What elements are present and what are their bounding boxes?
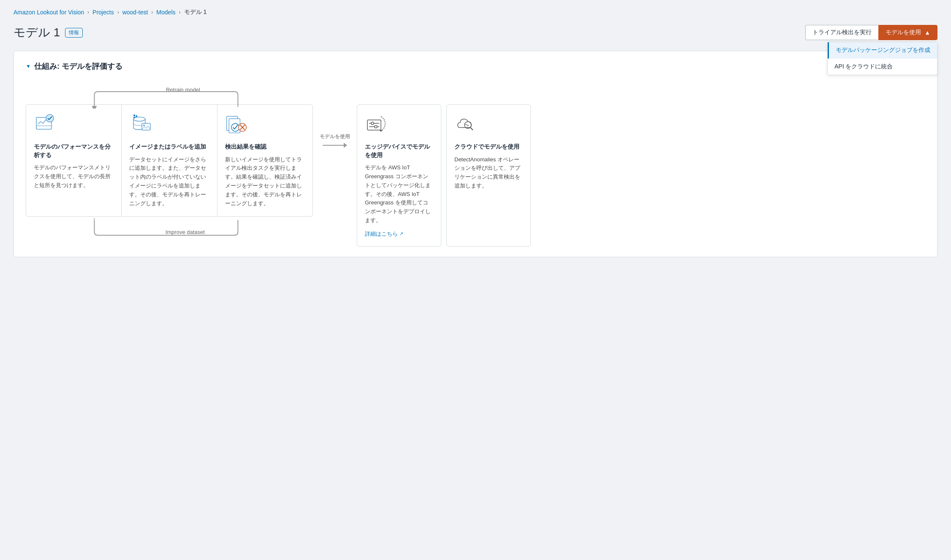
external-link-icon: ↗: [399, 231, 403, 237]
retrain-arrow: [86, 90, 246, 109]
page-title: モデル 1: [14, 24, 60, 41]
dropdown-item-packaging[interactable]: モデルパッケージングジョブを作成: [828, 42, 937, 59]
card-add-images-desc: データセットにイメージをさらに追加します。また、データセット内のラベルが付いてい…: [129, 155, 209, 208]
svg-point-22: [371, 122, 374, 125]
breadcrumb-sep-1: ›: [87, 9, 89, 15]
title-group: モデル 1 情報: [14, 24, 83, 41]
card-analyze-title: モデルのパフォーマンスを分析する: [34, 143, 114, 159]
section-toggle[interactable]: ▼: [26, 63, 31, 69]
card-check-results-desc: 新しいイメージを使用してトライアル検出タスクを実行します。結果を確認し、検証済み…: [225, 155, 305, 208]
svg-rect-19: [367, 120, 381, 130]
breadcrumb-link-wood-test[interactable]: wood-test: [122, 9, 148, 16]
breadcrumb-sep-2: ›: [117, 9, 119, 15]
chevron-up-icon: ▲: [924, 29, 930, 36]
breadcrumb-link-models[interactable]: Models: [156, 9, 175, 16]
check-results-icon: [225, 113, 249, 137]
breadcrumb-sep-4: ›: [179, 9, 181, 15]
details-link-text: 詳細はこちら: [365, 230, 398, 238]
svg-point-8: [136, 115, 137, 117]
card-analyze: モデルのパフォーマンスを分析する モデルのパフォーマンスメトリクスを使用して、モ…: [26, 105, 122, 216]
card-edge-title: エッジデバイスでモデルを使用: [365, 143, 433, 159]
header-actions: トライアル検出を実行 モデルを使用 ▲ モデルパッケージングジョブを作成 API…: [805, 25, 937, 40]
use-model-label: モデルを使用: [886, 29, 921, 36]
card-cloud-title: クラウドでモデルを使用: [454, 143, 523, 151]
breadcrumb-sep-3: ›: [151, 9, 153, 15]
svg-point-11: [143, 125, 145, 126]
right-cards-area: エッジデバイスでモデルを使用 モデルを AWS IoT Greengrass コ…: [357, 104, 531, 247]
edge-icon: [365, 113, 389, 137]
breadcrumb: Amazon Lookout for Vision › Projects › w…: [14, 8, 937, 16]
card-analyze-desc: モデルのパフォーマンスメトリクスを使用して、モデルの長所と短所を見つけます。: [34, 163, 114, 190]
breadcrumb-current: モデル 1: [184, 8, 207, 16]
card-edge-desc: モデルを AWS IoT Greengrass コンポーネントとしてパッケージ化…: [365, 163, 433, 225]
card-check-results-title: 検出結果を確認: [225, 143, 305, 151]
breadcrumb-link-projects[interactable]: Projects: [92, 9, 114, 16]
middle-arrow-area: モデルを使用: [313, 83, 357, 176]
svg-marker-24: [379, 130, 383, 132]
svg-line-26: [470, 128, 473, 130]
details-link[interactable]: 詳細はこちら ↗: [365, 230, 403, 238]
use-model-dropdown: モデルパッケージングジョブを作成 API をクラウドに統合: [827, 42, 937, 75]
breadcrumb-link-home[interactable]: Amazon Lookout for Vision: [14, 9, 84, 16]
card-cloud-desc: DetectAnomalies オペレーションを呼び出して、アプリケーションに異…: [454, 155, 523, 190]
svg-point-6: [133, 117, 145, 121]
svg-rect-10: [142, 123, 150, 130]
section-header: ▼ 仕組み: モデルを評価する: [26, 61, 925, 71]
card-add-images-title: イメージまたはラベルを追加: [129, 143, 209, 151]
cloud-icon: [454, 113, 478, 137]
svg-marker-1: [92, 106, 97, 109]
card-add-images: イメージまたはラベルを追加 データセットにイメージをさらに追加します。また、デー…: [122, 105, 217, 216]
content-panel: ▼ 仕組み: モデルを評価する Retrain model: [14, 51, 937, 257]
add-images-icon: [129, 113, 153, 137]
card-edge: エッジデバイスでモデルを使用 モデルを AWS IoT Greengrass コ…: [357, 104, 441, 247]
card-check-results: 検出結果を確認 新しいイメージを使用してトライアル検出タスクを実行します。結果を…: [217, 105, 312, 216]
svg-point-23: [375, 125, 377, 128]
middle-arrow: [323, 143, 347, 148]
use-model-button[interactable]: モデルを使用 ▲: [878, 25, 937, 40]
svg-point-9: [133, 114, 135, 116]
section-title: 仕組み: モデルを評価する: [34, 61, 122, 71]
dropdown-item-api[interactable]: API をクラウドに統合: [828, 59, 937, 75]
page-header: モデル 1 情報 トライアル検出を実行 モデルを使用 ▲ モデルパッケージングジ…: [14, 24, 937, 41]
card-cloud: クラウドでモデルを使用 DetectAnomalies オペレーションを呼び出し…: [446, 104, 531, 247]
trial-detect-button[interactable]: トライアル検出を実行: [805, 25, 878, 40]
svg-point-7: [133, 117, 135, 118]
use-model-label: モデルを使用: [320, 133, 350, 140]
analyze-icon: [34, 113, 57, 137]
improve-label: Improve dataset: [166, 229, 205, 235]
info-badge[interactable]: 情報: [65, 28, 83, 38]
